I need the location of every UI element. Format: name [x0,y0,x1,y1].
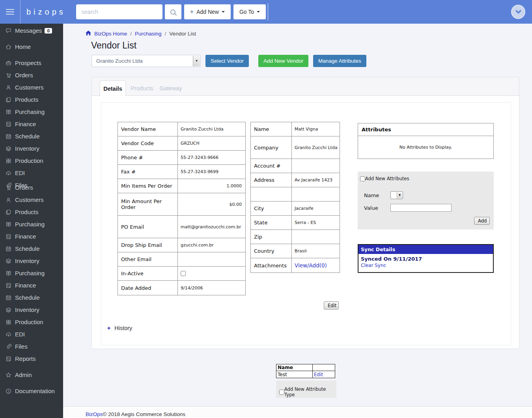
sidebar-item-orders[interactable]: Orders [0,181,63,194]
sidebar-item-schedule[interactable]: Schedule [0,243,63,255]
breadcrumb-current: Vendor List [169,31,196,37]
sidebar-item-home[interactable]: Home [0,41,63,53]
attribute-name-select[interactable]: ▼ [390,191,403,199]
empty-column-header [313,364,335,371]
vendor-select[interactable]: Granito Zucchi Ltda ▼ [91,55,201,67]
sidebar-item-edi[interactable]: EDI [0,328,63,340]
sidebar-item-production[interactable]: Production [0,316,63,328]
bubble-icon [5,28,15,34]
sidebar-item-purchasing[interactable]: Purchasing [0,106,63,118]
add-new-button[interactable]: + Add New [184,4,231,19]
sidebar-item-orders[interactable]: Orders [0,69,63,81]
search-input[interactable] [76,4,162,19]
sidebar-item-label: Purchasing [15,221,45,228]
select-vendor-button[interactable]: Select Vendor [205,55,249,67]
sidebar-item-schedule[interactable]: Schedule [0,291,63,304]
sidebar-item-inventory[interactable]: Inventory [0,304,63,316]
attribute-value-input[interactable] [390,204,452,212]
calendar-icon [5,133,15,140]
add-new-vendor-button[interactable]: Add New Vendor [258,55,308,67]
breadcrumb-separator: / [165,31,166,37]
sidebar-item-label: Customers [15,196,44,203]
field-label: City [251,202,292,215]
breadcrumb-home-link[interactable]: BizOps Home [94,31,127,37]
cloud-icon [5,170,15,176]
attributes-panel: Attributes No Attributes to Display. [358,123,494,159]
table-row: Min Amount Per Order$0.00 [118,193,245,216]
sidebar-item-admin[interactable]: Admin [0,369,63,381]
inactive-checkbox[interactable] [181,271,186,276]
sidebar-item-production[interactable]: Production [0,155,63,167]
sidebar-item-label: Orders [15,184,33,191]
sidebar-item-inventory[interactable]: Inventory [0,255,63,267]
view-add-attachments-link[interactable]: View/Add(0) [295,262,327,269]
field-label: Min Items Per Order [118,179,178,193]
add-attribute-button[interactable]: Add [474,217,490,225]
topbar: bizops + Add New Go To [0,0,532,24]
layers-icon [5,258,15,264]
sidebar-item-messages[interactable]: Messages0 [0,24,63,37]
field-value: Granito Zucchi Ltda [292,136,340,159]
sidebar-item-label: Products [15,96,38,103]
table-row: Account # [251,159,340,173]
sidebar-item-edi[interactable]: EDI [0,167,63,179]
synced-on-text: Synced On 9/11/2017 [358,254,493,262]
field-value: Brasil [292,244,340,258]
add-new-attribute-type-label: Add New Attribute Type [284,386,336,397]
sidebar-item-customers[interactable]: Customers [0,194,63,206]
search-button[interactable] [165,4,181,19]
sidebar-item-label: Production [15,157,43,164]
edit-attribute-type-link[interactable]: Edit [314,372,323,377]
clear-sync-link[interactable]: Clear Sync [361,263,386,268]
add-attribute-type-panel: Add New Attribute Type [276,381,336,398]
edit-button[interactable]: Edit [324,301,339,310]
account-menu-button[interactable] [511,5,525,19]
sidebar-item-purchasing[interactable]: Purchasing [0,267,63,279]
go-to-label: Go To [239,9,254,15]
sidebar-item-finance[interactable]: Finance [0,230,63,243]
go-to-button[interactable]: Go To [233,4,266,19]
sidebar-item-finance[interactable]: Finance [0,279,63,291]
dropdown-arrow-icon: ▼ [397,192,402,198]
people-icon [5,84,15,91]
sidebar-item-products[interactable]: Products [0,93,63,106]
add-new-attributes-checkbox[interactable] [360,176,365,181]
hamburger-icon [6,7,14,16]
sidebar-item-reports[interactable]: Reports [0,353,63,365]
manage-attributes-button[interactable]: Manage Attributes [313,55,366,67]
sidebar-item-inventory[interactable]: Inventory [0,142,63,155]
footer-brand-link[interactable]: BizOps [86,411,103,417]
sidebar-item-label: Schedule [15,133,40,140]
add-new-attribute-type-checkbox[interactable] [279,390,284,395]
sidebar-item-products[interactable]: Products [0,206,63,218]
sidebar-item-prospects[interactable]: Prospects [0,57,63,69]
history-expander[interactable]: + History [107,325,132,331]
sidebar-item-finance[interactable]: Finance [0,118,63,130]
tab-gateway[interactable]: Gateway [158,80,183,96]
table-row: Other Email [118,252,245,267]
sidebar-item-schedule[interactable]: Schedule [0,130,63,142]
book-icon [5,109,15,115]
calc-icon [5,233,15,240]
sidebar-item-purchasing[interactable]: Purchasing [0,218,63,230]
vendor-contact-table: NameMatt VignaCompanyGranito Zucchi Ltda… [250,122,340,273]
cart-icon [5,185,15,191]
table-row: Phone #55-27-3243-9666 [118,151,245,165]
field-value [292,159,340,173]
field-value: Granito Zucchi Ltda [178,122,245,136]
calendar-icon [5,295,15,301]
table-row: AttachmentsView/Add(0) [251,258,340,272]
sidebar-item-documentation[interactable]: Documentation [0,385,63,397]
breadcrumb-purchasing-link[interactable]: Purchasing [135,31,162,37]
add-new-attributes-row: Add New Attributes [360,176,409,181]
sidebar-item-customers[interactable]: Customers [0,81,63,93]
calc-icon [5,121,15,127]
table-row: Vendor NameGranito Zucchi Ltda [118,122,245,136]
tab-details[interactable]: Details [100,80,126,96]
sidebar-item-files[interactable]: Files [0,340,63,353]
field-label: Zip [251,230,292,244]
tab-products[interactable]: Products [130,80,154,96]
menu-toggle-button[interactable] [0,0,21,24]
table-row: Min Items Per Order1.0000 [118,179,245,193]
field-label: In-Active [118,267,178,280]
